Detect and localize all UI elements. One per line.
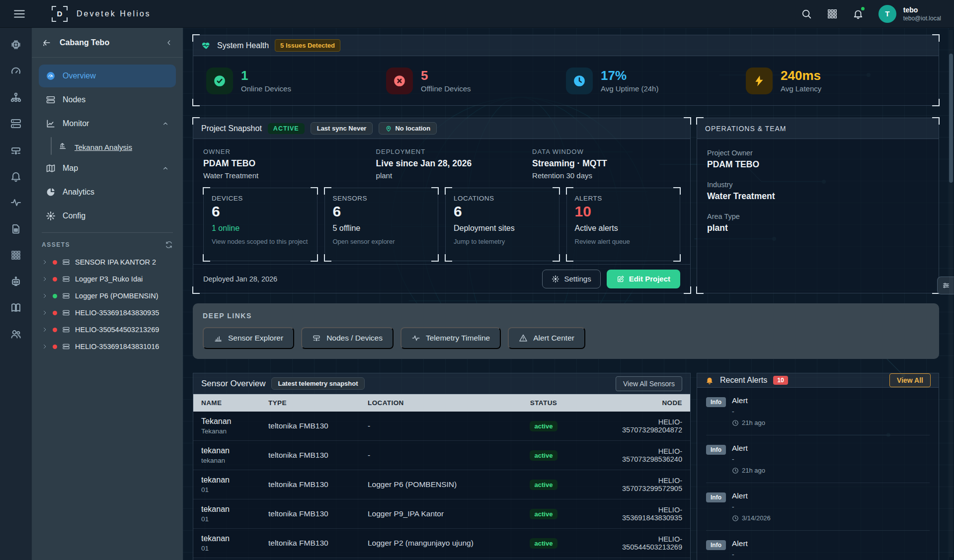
recent-alerts-header: Recent Alerts 10 View All (697, 373, 939, 388)
deep-link-alert-center[interactable]: Alert Center (508, 327, 585, 349)
sensor-table: NAME TYPE LOCATION STATUS NODE TekananTe… (193, 394, 690, 558)
edit-project-button[interactable]: Edit Project (607, 270, 680, 288)
sidebar-item-label: Map (63, 164, 78, 173)
field-industry: Industry Water Treatment (707, 181, 929, 202)
locations-card[interactable]: LOCATIONS 6 Deployment sites Jump to tel… (445, 188, 559, 261)
status-badge: active (530, 450, 558, 461)
robot-icon[interactable] (10, 276, 22, 287)
sidebar-item-map[interactable]: Map (39, 157, 176, 180)
sitemap-icon[interactable] (10, 91, 22, 103)
alert-bell-icon (705, 376, 714, 385)
deep-link-sensor-explorer[interactable]: Sensor Explorer (203, 327, 294, 349)
stat-label: Avg Latency (781, 84, 821, 93)
project-stat-cards: DEVICES 6 1 online View nodes scoped to … (203, 188, 680, 261)
view-all-alerts-button[interactable]: View All (889, 373, 931, 387)
device-icon (62, 258, 70, 266)
sim-card-icon[interactable] (10, 223, 22, 235)
info-badge: Info (706, 540, 726, 550)
table-row[interactable]: tekanan01 teltonika FMB130 Logger P9_IPA… (193, 499, 690, 529)
table-row[interactable]: tekanan01 teltonika FMB130 Logger P6 (PO… (193, 470, 690, 499)
chevron-right-icon (42, 259, 48, 265)
panel-title: System Health (217, 41, 269, 50)
project-sidebar: Cabang Tebo Overview Nodes Monitor Tekan… (32, 28, 183, 560)
alert-item[interactable]: Info Alert - (706, 531, 930, 560)
stat-online-devices: 1 Online Devices (206, 68, 386, 94)
sidebar-item-overview[interactable]: Overview (39, 65, 176, 87)
grid-dots-icon[interactable] (10, 249, 22, 261)
search-icon[interactable] (801, 8, 812, 19)
sidebar-item-nodes[interactable]: Nodes (39, 88, 176, 111)
table-row[interactable]: TekananTekanan teltonika FMB130 - active… (193, 412, 690, 441)
col-name: NAME (193, 394, 260, 412)
asset-label: SENSOR IPA KANTOR 2 (75, 258, 156, 266)
activity-icon[interactable] (10, 197, 22, 209)
stat-value: 5 (421, 69, 471, 82)
sidebar-item-label: Tekanan Analysis (75, 143, 132, 151)
col-status: STATUS (496, 394, 591, 412)
deep-link-nodes-devices[interactable]: Nodes / Devices (301, 327, 394, 349)
asset-item[interactable]: HELIO-350544503213269 (32, 321, 183, 338)
gauge-icon[interactable] (10, 65, 22, 77)
user-avatar[interactable]: T (878, 5, 896, 23)
chevron-up-icon (162, 120, 169, 127)
apps-grid-icon[interactable] (827, 8, 838, 19)
asset-item[interactable]: SENSOR IPA KANTOR 2 (32, 254, 183, 271)
asset-item[interactable]: HELIO-353691843831016 (32, 338, 183, 355)
deep-link-telemetry-timeline[interactable]: Telemetry Timeline (400, 327, 501, 349)
cpu-icon[interactable] (10, 39, 22, 51)
recent-alerts-panel: Recent Alerts 10 View All Info Alert - 2… (697, 373, 939, 560)
analysis-chart-icon (59, 141, 68, 150)
docs-book-icon[interactable] (10, 302, 22, 314)
devices-card[interactable]: DEVICES 6 1 online View nodes scoped to … (203, 188, 318, 261)
asset-item[interactable]: Logger P6 (POMBENSIN) (32, 287, 183, 304)
servers-icon[interactable] (10, 118, 22, 130)
sidebar-item-label: Analytics (63, 188, 94, 197)
settings-button[interactable]: Settings (542, 270, 600, 288)
table-row[interactable]: tekanan01 teltonika FMB130 Logger P2 (ma… (193, 529, 690, 558)
device-icon (62, 275, 70, 283)
device-icon (62, 309, 70, 317)
back-arrow-icon[interactable] (42, 38, 52, 48)
alert-item[interactable]: Info Alert - 21h ago (706, 388, 930, 435)
gear-icon (552, 275, 559, 283)
edit-pencil-icon (617, 275, 625, 283)
notification-dot (861, 7, 865, 10)
collapse-sidebar-icon[interactable] (165, 39, 173, 47)
warning-triangle-icon (519, 334, 528, 343)
operations-team-panel: OPERATIONS & TEAM Project Owner PDAM TEB… (697, 118, 939, 293)
router-icon[interactable] (10, 144, 22, 156)
alerts-bell-icon[interactable] (10, 170, 22, 182)
alert-item[interactable]: Info Alert - 21h ago (706, 435, 930, 483)
asset-item[interactable]: Logger P3_Ruko Idai (32, 271, 183, 287)
sidebar-item-monitor[interactable]: Monitor (39, 112, 176, 135)
issues-badge: 5 Issues Detected (275, 39, 340, 52)
sensors-card[interactable]: SENSORS 6 5 offline Open sensor explorer (324, 188, 439, 261)
asset-status-dot (53, 311, 57, 315)
alerts-card[interactable]: ALERTS 10 Active alerts Review alert que… (566, 188, 681, 261)
active-badge: ACTIVE (268, 123, 305, 134)
stat-offline-devices: 5 Offline Devices (386, 68, 566, 94)
stat-avg-uptime: 17% Avg Uptime (24h) (566, 68, 746, 94)
deployed-date: Deployed Jan 28, 2026 (203, 275, 277, 283)
chevron-right-icon (42, 344, 48, 350)
sensor-overview-header: Sensor Overview Latest telemetry snapsho… (193, 373, 690, 394)
sidebar-item-config[interactable]: Config (39, 205, 176, 227)
logo-letter: D (57, 9, 63, 18)
asset-status-dot (53, 328, 57, 332)
scrollbar-thumb[interactable] (949, 54, 953, 183)
asset-item[interactable]: HELIO-353691843830935 (32, 304, 183, 321)
sidebar-item-analytics[interactable]: Analytics (39, 181, 176, 204)
analytics-pie-icon (46, 187, 56, 197)
hamburger-menu-icon[interactable] (13, 7, 26, 20)
scrollbar-track[interactable] (949, 30, 953, 557)
project-snapshot-panel: Project Snapshot ACTIVE Last sync Never … (193, 118, 691, 293)
view-all-sensors-button[interactable]: View All Sensors (616, 376, 682, 391)
table-row[interactable]: tekanantekanan teltonika FMB130 - active… (193, 441, 690, 470)
user-info: tebo tebo@iot.local (903, 6, 941, 22)
users-icon[interactable] (10, 328, 22, 340)
refresh-icon[interactable] (165, 241, 173, 249)
status-badge: active (530, 480, 558, 490)
alert-item[interactable]: Info Alert - 3/14/2026 (706, 483, 930, 531)
panel-title: Project Snapshot (201, 124, 262, 133)
sidebar-item-tekanan-analysis[interactable]: Tekanan Analysis (52, 136, 176, 156)
